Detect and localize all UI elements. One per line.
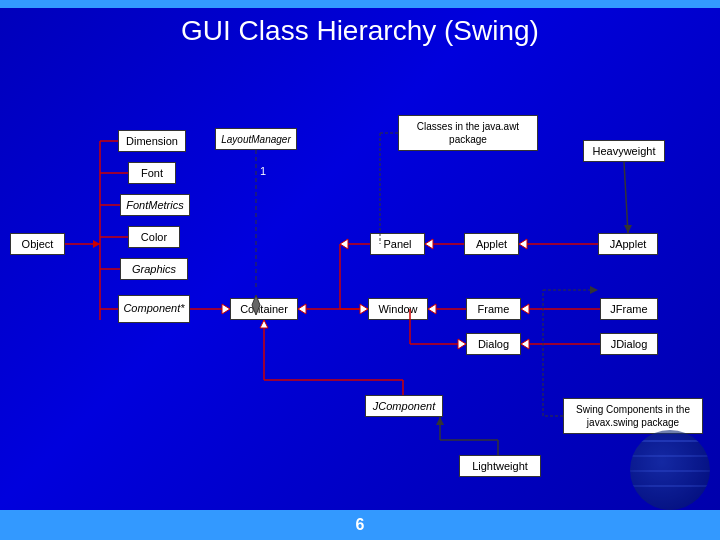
- fontmetrics-box: FontMetrics: [120, 194, 190, 216]
- svg-marker-14: [222, 304, 230, 314]
- diagram-svg: 1: [0, 0, 720, 540]
- container-box: Container: [230, 298, 298, 320]
- svg-marker-16: [298, 304, 306, 314]
- swing-components-box: Swing Components in the javax.swing pack…: [563, 398, 703, 434]
- graphics-box: Graphics: [120, 258, 188, 280]
- jcomponent-box: JComponent: [365, 395, 443, 417]
- svg-marker-40: [260, 320, 268, 328]
- globe-decoration: [630, 430, 710, 510]
- heavyweight-box: Heavyweight: [583, 140, 665, 162]
- dialog-box: Dialog: [466, 333, 521, 355]
- slide: GUI Class Hierarchy (Swing) Object Dimen…: [0, 0, 720, 540]
- applet-box: Applet: [464, 233, 519, 255]
- color-box: Color: [128, 226, 180, 248]
- frame-box: Frame: [466, 298, 521, 320]
- svg-marker-48: [590, 286, 598, 294]
- classes-awt-box: Classes in the java.awt package: [398, 115, 538, 151]
- svg-marker-18: [340, 239, 348, 249]
- svg-marker-21: [360, 304, 368, 314]
- layoutmanager-box: LayoutManager: [215, 128, 297, 150]
- svg-marker-36: [624, 225, 632, 233]
- jframe-box: JFrame: [600, 298, 658, 320]
- japplet-box: JApplet: [598, 233, 658, 255]
- dimension-box: Dimension: [118, 130, 186, 152]
- page-number: 6: [356, 516, 365, 534]
- svg-marker-9: [93, 240, 100, 248]
- object-box: Object: [10, 233, 65, 255]
- svg-marker-25: [519, 239, 527, 249]
- bottom-bar: 6: [0, 510, 720, 540]
- slide-title: GUI Class Hierarchy (Swing): [0, 15, 720, 47]
- svg-marker-23: [425, 239, 433, 249]
- svg-marker-44: [436, 417, 444, 425]
- component-box: Component*: [118, 295, 190, 323]
- svg-marker-32: [521, 304, 529, 314]
- svg-marker-34: [521, 339, 529, 349]
- font-box: Font: [128, 162, 176, 184]
- window-box: Window: [368, 298, 428, 320]
- svg-marker-30: [458, 339, 466, 349]
- panel-box: Panel: [370, 233, 425, 255]
- svg-marker-27: [428, 304, 436, 314]
- top-bar: [0, 0, 720, 8]
- svg-text:1: 1: [260, 165, 266, 177]
- svg-line-35: [624, 162, 628, 233]
- jdialog-box: JDialog: [600, 333, 658, 355]
- lightweight-box: Lightweight: [459, 455, 541, 477]
